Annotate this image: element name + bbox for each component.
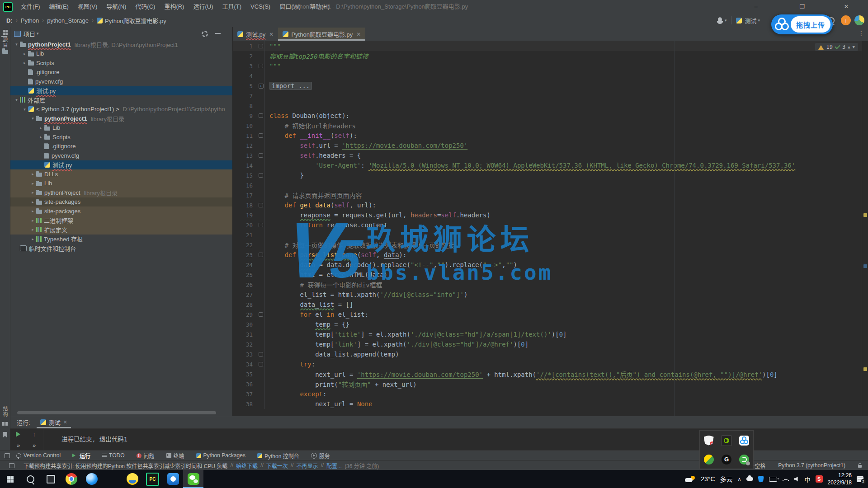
tree-chevron-icon[interactable]: ▸	[38, 126, 44, 130]
tray-shieldx-icon[interactable]	[704, 436, 714, 446]
breadcrumb-item[interactable]: Python爬取豆瓣电影.py	[105, 16, 166, 25]
tree-row[interactable]: ▾pythonProject1library根目录, D:\Python\pyt…	[10, 40, 232, 49]
code-line[interactable]: 18 def get_data(self, url):	[233, 200, 868, 210]
code-line[interactable]: 22 # 对每一页做的操作 提取数据放进列表和获得下一页的链接	[233, 240, 868, 250]
chevron-down-icon[interactable]: ▾	[758, 18, 760, 23]
horizontal-scrollbar[interactable]	[17, 411, 216, 414]
menu-item[interactable]: 导航(N)	[102, 0, 131, 14]
taskbar-app-explorer[interactable]	[102, 470, 122, 488]
maximize-button[interactable]: ❒	[794, 0, 810, 14]
code-line[interactable]: 26 # 获得每一个电影的div框框	[233, 280, 868, 290]
close-tab-icon[interactable]: ✕	[63, 419, 67, 425]
tree-row[interactable]: ▸pythonProjectlibrary根目录	[10, 188, 232, 197]
upload-arrow-icon[interactable]: ↑	[841, 15, 851, 25]
code-line[interactable]: 38 next_url = None	[233, 399, 868, 409]
breadcrumb-item[interactable]: python_Storage	[47, 17, 89, 24]
code-line[interactable]: 13 self.headers = {	[233, 150, 868, 160]
tray-nvidia-icon[interactable]	[721, 435, 732, 446]
weather-icon[interactable]	[685, 476, 695, 482]
tree-chevron-icon[interactable]: ▾	[13, 98, 20, 102]
breadcrumb-item[interactable]: D:	[6, 17, 13, 24]
lock-icon[interactable]	[858, 465, 862, 468]
taskbar-app-appblue[interactable]	[163, 470, 183, 488]
code-line[interactable]: 24 data = data.decode().replace("<!--","…	[233, 260, 868, 270]
inspections-widget[interactable]: 19 3 ▲ ▼	[815, 43, 858, 51]
toolwindow-button-python-控制台[interactable]: Python 控制台	[257, 452, 299, 460]
code-line[interactable]: 1"""	[233, 41, 868, 51]
more-tabs-icon[interactable]: ⋮	[858, 30, 864, 37]
code-line[interactable]: 34 try:	[233, 359, 868, 369]
menu-item[interactable]: 工具(T)	[217, 0, 246, 14]
tree-chevron-icon[interactable]: ▸	[29, 209, 36, 213]
tree-chevron-icon[interactable]: ▸	[29, 237, 36, 241]
fold-marker-icon[interactable]	[259, 352, 263, 357]
expand-button[interactable]: »	[26, 440, 42, 450]
interpreter-setting[interactable]: Python 3.7 (pythonProject1)	[778, 462, 845, 469]
code-line[interactable]: 9class Douban(object):	[233, 111, 868, 121]
code-line[interactable]: 28 data_list = []	[233, 300, 868, 310]
code-editor[interactable]: 1"""2爬取豆瓣top250电影的名字和链接3"""45+import ...…	[233, 41, 868, 416]
volume-icon[interactable]	[794, 477, 798, 482]
collapse-all-icon[interactable]	[1, 36, 7, 38]
code-line[interactable]: 23 def parse_list_page(self, data):	[233, 250, 868, 260]
tray-sphere-icon[interactable]	[704, 455, 714, 465]
taskbar-app-pc[interactable]: PC	[142, 470, 163, 488]
code-line[interactable]: 27 el_list = html.xpath('//div[@class="i…	[233, 290, 868, 300]
tree-chevron-icon[interactable]: ▸	[29, 172, 36, 176]
hide-panel-icon[interactable]	[215, 33, 221, 34]
task-view-button[interactable]	[41, 470, 61, 488]
tree-row[interactable]: ▸扩展定义	[10, 225, 232, 235]
fold-marker-icon[interactable]	[259, 113, 263, 118]
fold-marker-icon[interactable]	[259, 312, 263, 317]
taskbar-app-wechat[interactable]	[183, 470, 203, 488]
taskbar-app-chrome[interactable]	[61, 470, 81, 488]
tree-row[interactable]: ▸Typeshed 存根	[10, 235, 232, 244]
tree-chevron-icon[interactable]: ▸	[29, 190, 36, 195]
editor-tab[interactable]: Python爬取豆瓣电影.py✕	[278, 28, 365, 41]
code-line[interactable]: 31 temp['title'] = el.xpath('./div[@clas…	[233, 329, 868, 339]
tree-chevron-icon[interactable]: ▸	[29, 218, 36, 223]
rerun-button[interactable]	[10, 429, 26, 440]
tree-chevron-icon[interactable]: ▸	[29, 227, 36, 232]
code-line[interactable]: 35 next_url = 'https://movie.douban.com/…	[233, 369, 868, 379]
menu-item[interactable]: 代码(C)	[131, 0, 160, 14]
tree-chevron-icon[interactable]: ▸	[21, 61, 28, 65]
toolwindow-button-todo[interactable]: TODO	[102, 452, 124, 459]
taskbar-clock[interactable]: 12:26 2022/9/18	[828, 472, 852, 486]
tree-row[interactable]: 临时文件和控制台	[10, 244, 232, 253]
menu-item[interactable]: 视图(V)	[73, 0, 102, 14]
menu-item[interactable]: 重构(R)	[160, 0, 189, 14]
popup-icon[interactable]	[9, 463, 14, 468]
status-link[interactable]: 始终下载	[236, 462, 258, 469]
tree-row[interactable]: ▸Scripts	[10, 58, 232, 68]
expand-button[interactable]: »	[10, 440, 26, 450]
tree-row[interactable]: 测试.py	[10, 86, 232, 96]
tree-chevron-icon[interactable]: ▾	[21, 107, 28, 112]
code-line[interactable]: 12 self.url = 'https://movie.douban.com/…	[233, 141, 868, 150]
warning-mark[interactable]	[863, 367, 867, 371]
tree-row[interactable]: ▸DLLs	[10, 169, 232, 179]
code-line[interactable]: 32 temp['link'] = el.xpath('./div[@class…	[233, 339, 868, 349]
next-issue-icon[interactable]: ▼	[853, 45, 855, 49]
tree-row[interactable]: ▾< Python 3.7 (pythonProject1) >D:\Pytho…	[10, 105, 232, 114]
code-line[interactable]: 5+import ...	[233, 81, 868, 91]
status-link[interactable]: 配置...	[326, 462, 342, 469]
tray-rings-icon[interactable]	[739, 436, 749, 446]
tree-row[interactable]: 测试.py	[10, 160, 232, 170]
stripe-structure-button[interactable]: 结构	[0, 406, 10, 438]
run-config-name[interactable]: 测试	[745, 16, 756, 25]
edge-app-icon[interactable]	[854, 15, 864, 25]
weather-temp[interactable]: 23°C	[701, 475, 715, 483]
fold-marker-icon[interactable]	[259, 133, 263, 138]
bookmark-icon[interactable]	[3, 432, 7, 438]
run-tab[interactable]: 测试 ✕	[37, 416, 71, 428]
fold-expand-icon[interactable]: +	[259, 84, 264, 89]
action-center-icon[interactable]: 2	[857, 476, 863, 482]
tree-chevron-icon[interactable]: ▸	[29, 200, 36, 204]
toolwindow-button-问题[interactable]: !问题	[137, 452, 155, 460]
fold-marker-icon[interactable]	[259, 253, 263, 257]
info-mark[interactable]	[863, 264, 867, 268]
prev-issue-icon[interactable]: ▲	[848, 45, 850, 49]
code-line[interactable]: 21	[233, 230, 868, 240]
toolwindow-switcher-icon[interactable]	[5, 453, 10, 458]
